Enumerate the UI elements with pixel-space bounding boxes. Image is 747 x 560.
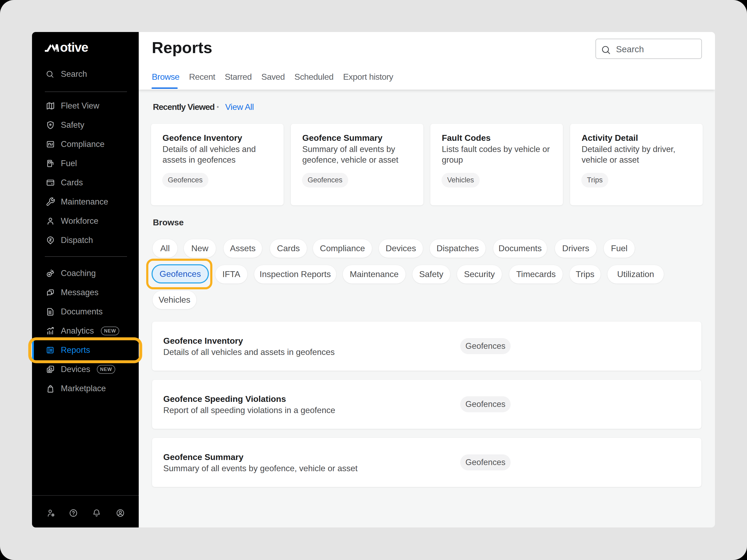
svg-text:otive: otive (60, 42, 88, 54)
